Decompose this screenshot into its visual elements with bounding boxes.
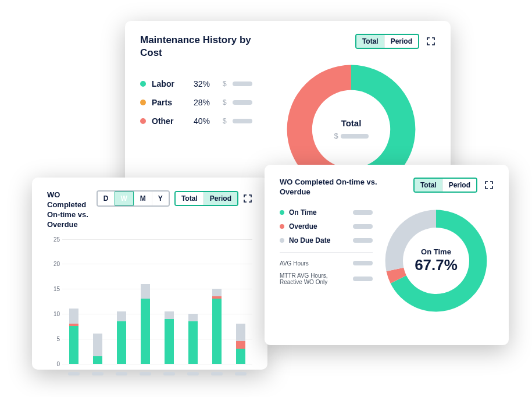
toggle-total[interactable]: Total xyxy=(356,35,384,48)
redacted-value xyxy=(233,119,252,123)
pie-center-value: $ xyxy=(334,132,368,140)
expand-icon[interactable] xyxy=(426,37,435,46)
expand-icon[interactable] xyxy=(243,194,252,203)
legend-row: Overdue xyxy=(280,219,373,233)
pie-center: Total $ xyxy=(334,118,368,140)
redacted-value xyxy=(353,261,373,265)
legend-row: Parts 28% $ xyxy=(140,93,256,112)
bar-segment xyxy=(93,356,102,364)
wo-donut-card: WO Completed On-time vs. Overdue Total P… xyxy=(265,165,509,345)
toggle-period[interactable]: Period xyxy=(384,35,418,48)
y-tick: 10 xyxy=(53,310,60,317)
redacted-value xyxy=(353,210,373,215)
bars xyxy=(62,239,252,364)
legend-dot xyxy=(140,81,146,87)
legend-pct: 40% xyxy=(194,116,217,126)
bar-segment xyxy=(188,321,198,364)
sub-stat-row: MTTR AVG Hours, Reactive WO Only xyxy=(280,270,373,288)
range-m[interactable]: M xyxy=(134,192,152,205)
legend-label: Overdue xyxy=(289,222,348,231)
bar-chart: 0510152025 xyxy=(47,239,252,379)
bar-column xyxy=(117,239,126,364)
dollar-icon: $ xyxy=(223,98,227,107)
legend-label: On Time xyxy=(289,208,348,217)
legend-pct: 32% xyxy=(194,79,217,88)
x-tick-redacted xyxy=(211,372,223,375)
dollar-icon: $ xyxy=(223,117,227,125)
dollar-icon: $ xyxy=(223,80,227,88)
range-d[interactable]: D xyxy=(98,192,115,205)
bar-segment xyxy=(69,326,78,363)
legend-pct: 28% xyxy=(194,98,217,107)
donut-legend: On Time Overdue No Due Date AVG Hours MT… xyxy=(280,205,373,316)
legend-dot xyxy=(140,100,146,105)
sub-stat-label: AVG Hours xyxy=(280,260,309,267)
card-header: Maintenance History by Cost Total Period xyxy=(140,34,435,59)
y-tick: 0 xyxy=(56,360,60,367)
total-period-toggle: Total Period xyxy=(413,178,477,193)
toggle-period[interactable]: Period xyxy=(442,179,476,192)
card-header-controls: Total Period xyxy=(355,34,435,49)
bar-column xyxy=(141,239,150,364)
legend-row: Labor 32% $ xyxy=(140,75,256,93)
donut-center: On Time 67.7% xyxy=(415,247,458,274)
legend-row: No Due Date xyxy=(280,233,373,247)
card-header: WO Completed On-time vs. Overdue DWMY To… xyxy=(47,190,252,230)
range-y[interactable]: Y xyxy=(152,192,169,205)
bar-segment xyxy=(236,324,245,341)
card-title: WO Completed On-time vs. Overdue xyxy=(47,190,97,230)
bar-segment xyxy=(141,284,150,299)
divider xyxy=(280,252,373,253)
bar-column xyxy=(165,239,174,364)
bar-column xyxy=(93,239,102,364)
wo-bar-card: WO Completed On-time vs. Overdue DWMY To… xyxy=(32,178,267,370)
card-title: Maintenance History by Cost xyxy=(140,34,256,59)
pie-center-label: Total xyxy=(334,118,368,128)
bar-segment xyxy=(236,349,245,364)
y-tick: 20 xyxy=(53,261,60,267)
legend-dot xyxy=(280,224,284,229)
expand-icon[interactable] xyxy=(484,180,494,190)
card-header-controls: Total Period xyxy=(413,178,494,193)
x-tick-redacted xyxy=(235,372,247,375)
bar-segment xyxy=(117,311,126,321)
card-title: WO Completed On-time vs. Overdue xyxy=(280,178,384,197)
x-tick-redacted xyxy=(68,372,80,375)
legend-label: Other xyxy=(152,116,188,126)
bar-column xyxy=(212,239,222,364)
legend-row: On Time xyxy=(280,205,373,219)
bar-segment xyxy=(117,321,126,364)
toggle-period[interactable]: Period xyxy=(203,192,237,205)
x-tick-redacted xyxy=(187,372,199,375)
legend-dot xyxy=(280,238,284,243)
legend-row: Other 40% $ xyxy=(140,112,256,130)
bar-segment xyxy=(212,289,222,296)
redacted-value xyxy=(353,238,373,243)
donut-center-label: On Time xyxy=(415,247,458,256)
redacted-value xyxy=(341,134,369,139)
legend-dot xyxy=(280,210,284,215)
redacted-value xyxy=(353,224,373,229)
y-tick: 5 xyxy=(56,335,60,342)
range-w[interactable]: W xyxy=(115,192,134,205)
x-tick-redacted xyxy=(116,372,127,375)
toggle-total[interactable]: Total xyxy=(415,179,442,192)
bar-segment xyxy=(236,341,245,349)
x-tick-redacted xyxy=(92,372,103,375)
donut-center-value: 67.7% xyxy=(415,256,458,274)
x-tick-redacted xyxy=(163,372,175,375)
card-header: WO Completed On-time vs. Overdue Total P… xyxy=(280,178,494,197)
sub-stat-label: MTTR AVG Hours, Reactive WO Only xyxy=(280,272,338,285)
bar-segment xyxy=(141,299,150,363)
grid-line xyxy=(62,364,252,364)
bar-column xyxy=(69,239,78,364)
bar-segment xyxy=(69,309,78,324)
sub-stat-row: AVG Hours xyxy=(280,257,373,270)
y-axis: 0510152025 xyxy=(47,239,60,364)
total-period-toggle: Total Period xyxy=(355,34,419,49)
bar-segment xyxy=(165,311,174,319)
toggle-total[interactable]: Total xyxy=(176,192,203,205)
redacted-value xyxy=(233,100,252,105)
legend-label: No Due Date xyxy=(289,236,348,244)
bar-segment xyxy=(165,319,174,364)
